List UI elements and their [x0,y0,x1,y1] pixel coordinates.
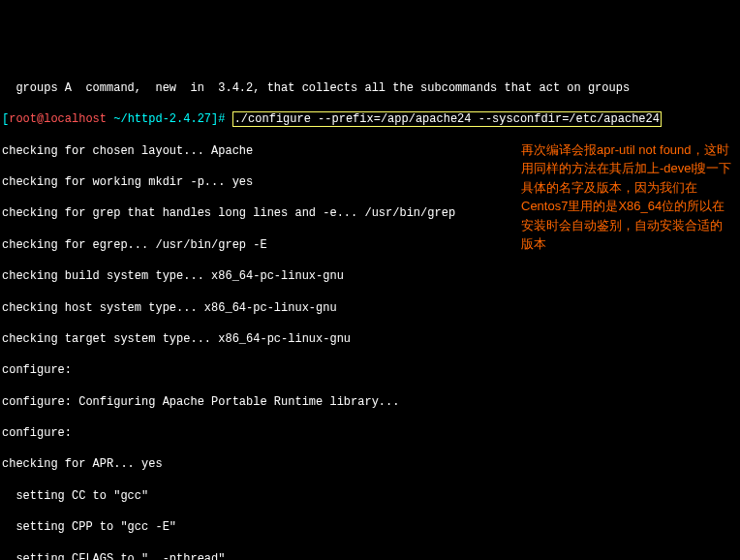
partial-output: groups A command, new in 3.4.2, that col… [2,80,738,96]
output-line: setting CPP to "gcc -E" [2,519,738,535]
output-line: checking host system type... x86_64-pc-l… [2,300,738,316]
annotation-text: 再次编译会报apr-util not found，这时用同样的方法在其后加上-d… [521,140,734,254]
prompt-line-1: [root@localhost ~/httpd-2.4.27]# ./confi… [2,111,738,127]
output-line: checking target system type... x86_64-pc… [2,331,738,347]
output-line: configure: [2,362,738,378]
terminal-window[interactable]: groups A command, new in 3.4.2, that col… [2,65,738,560]
output-line: configure: [2,425,738,441]
output-line: checking build system type... x86_64-pc-… [2,268,738,284]
output-line: setting CFLAGS to " -pthread" [2,551,738,560]
configure-command: ./configure --prefix=/app/apache24 --sys… [232,111,662,127]
output-line: checking for APR... yes [2,456,738,472]
output-line: configure: Configuring Apache Portable R… [2,394,738,410]
output-line: setting CC to "gcc" [2,488,738,504]
bracket-close: ]# [211,112,225,126]
user-host: root@localhost [9,112,107,126]
path-sep: ~/ [107,112,128,126]
cwd: httpd-2.4.27 [128,112,211,126]
